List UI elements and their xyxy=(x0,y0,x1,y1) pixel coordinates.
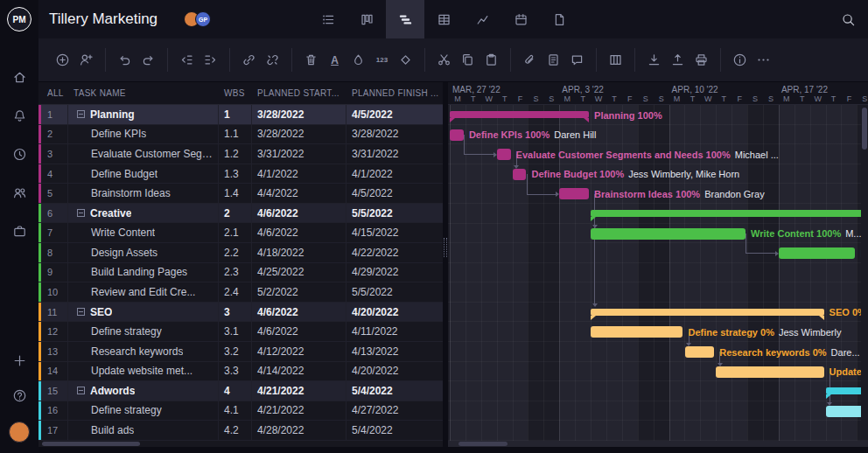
wbs-cell[interactable]: 3 xyxy=(219,303,252,322)
info-button[interactable] xyxy=(728,48,752,72)
print-button[interactable] xyxy=(690,48,713,72)
wbs-cell[interactable]: 1.3 xyxy=(219,164,252,184)
paste-button[interactable] xyxy=(480,48,503,72)
planned-start-cell[interactable]: 4/6/2022 xyxy=(252,322,346,341)
wbs-cell[interactable]: 4.2 xyxy=(219,421,252,440)
task-name-cell[interactable]: Define strategy xyxy=(68,401,219,421)
table-row[interactable]: 3Evaluate Customer Segments and Needs1.2… xyxy=(38,144,443,164)
planned-start-cell[interactable]: 5/2/2022 xyxy=(252,282,346,302)
link-tasks-button[interactable] xyxy=(237,48,261,72)
wbs-cell[interactable]: 1 xyxy=(219,105,252,124)
task-bar-define-kpis[interactable] xyxy=(450,129,464,141)
planned-finish-cell[interactable]: 5/5/2022 xyxy=(346,282,443,302)
planned-start-cell[interactable]: 4/14/2022 xyxy=(252,362,346,381)
planned-start-cell[interactable]: 4/6/2022 xyxy=(252,303,346,322)
planned-finish-cell[interactable]: 4/27/2022 xyxy=(346,401,443,421)
planned-start-cell[interactable]: 4/21/2022 xyxy=(252,381,346,401)
table-row[interactable]: 6Creative24/6/20225/5/2022 xyxy=(38,204,443,224)
table-row[interactable]: 2Define KPIs1.13/28/20223/28/2022 xyxy=(38,125,443,145)
wbs-cell[interactable]: 3.1 xyxy=(219,322,252,341)
table-row[interactable]: 17Build ads4.24/28/20225/4/2022 xyxy=(38,421,443,441)
task-bar-update-website-met-[interactable] xyxy=(716,366,823,378)
add-user-button[interactable] xyxy=(74,48,98,72)
table-row[interactable]: 12Define strategy3.14/6/20224/11/2022 xyxy=(38,322,443,342)
planned-start-cell[interactable]: 4/6/2022 xyxy=(252,204,346,223)
wbs-cell[interactable]: 1.1 xyxy=(219,125,252,144)
gantt-hscroll-thumb[interactable] xyxy=(458,442,508,446)
table-row[interactable]: 10Review and Edit Cre...2.45/2/20225/5/2… xyxy=(38,282,443,303)
member-avatars[interactable]: GP xyxy=(184,11,211,27)
wbs-cell[interactable]: 2 xyxy=(219,204,252,223)
planned-start-cell[interactable]: 4/21/2022 xyxy=(252,401,346,421)
column-header-planned-start[interactable]: PLANNED START... xyxy=(252,88,346,98)
home-icon[interactable] xyxy=(10,68,28,86)
comment-button[interactable] xyxy=(565,48,589,72)
task-name-cell[interactable]: Research keywords xyxy=(68,342,219,361)
pm-logo[interactable]: PM xyxy=(7,7,32,31)
task-name-cell[interactable]: Review and Edit Cre... xyxy=(68,282,219,302)
indent-button[interactable] xyxy=(199,48,222,72)
task-name-cell[interactable]: Update website met... xyxy=(68,362,219,381)
notes-button[interactable] xyxy=(542,48,565,72)
plus-icon[interactable] xyxy=(10,352,28,369)
task-bar-define-budget[interactable] xyxy=(513,169,527,180)
task-bar-write-content[interactable] xyxy=(591,228,746,240)
planned-finish-cell[interactable]: 4/5/2022 xyxy=(346,184,443,203)
task-bar-define-strategy[interactable] xyxy=(591,326,682,338)
table-row[interactable]: 8Design Assets2.24/18/20224/22/2022 xyxy=(38,243,443,263)
table-row[interactable]: 13Research keywords3.24/12/20224/13/2022 xyxy=(38,342,443,362)
planned-start-cell[interactable]: 3/31/2022 xyxy=(252,144,346,164)
tab-doc-view[interactable] xyxy=(540,0,578,38)
column-header-task-name[interactable]: TASK NAME xyxy=(68,88,219,98)
wbs-cell[interactable]: 1.4 xyxy=(219,184,252,203)
wbs-cell[interactable]: 2.3 xyxy=(219,263,252,282)
task-name-cell[interactable]: Define Budget xyxy=(68,164,219,184)
planned-finish-cell[interactable]: 4/20/2022 xyxy=(346,303,443,322)
more-button[interactable] xyxy=(752,48,775,72)
planned-start-cell[interactable]: 4/6/2022 xyxy=(252,223,346,242)
planned-finish-cell[interactable]: 5/4/2022 xyxy=(346,381,443,401)
tab-calendar-view[interactable] xyxy=(501,0,540,38)
wbs-cell[interactable]: 4.1 xyxy=(219,401,252,421)
add-task-button[interactable] xyxy=(51,48,74,72)
team-icon[interactable] xyxy=(10,184,28,201)
planned-finish-cell[interactable]: 3/31/2022 xyxy=(346,144,443,164)
tab-board-view[interactable] xyxy=(347,0,386,38)
planned-finish-cell[interactable]: 4/22/2022 xyxy=(346,243,443,262)
numbering-button[interactable]: 123 xyxy=(370,48,394,72)
table-columns-button[interactable] xyxy=(604,48,627,72)
planned-start-cell[interactable]: 4/12/2022 xyxy=(252,342,346,361)
table-row[interactable]: 11SEO34/6/20224/20/2022 xyxy=(38,303,443,323)
import-button[interactable] xyxy=(642,48,666,72)
help-icon[interactable] xyxy=(10,387,28,404)
column-header-planned-finish[interactable]: PLANNED FINISH ... xyxy=(346,88,443,98)
export-button[interactable] xyxy=(666,48,690,72)
undo-button[interactable] xyxy=(113,48,136,72)
tab-gantt-view[interactable] xyxy=(386,0,424,38)
task-name-cell[interactable]: Define strategy xyxy=(68,322,219,341)
table-row[interactable]: 7Write Content2.14/6/20224/15/2022 xyxy=(38,223,443,243)
planned-finish-cell[interactable]: 4/13/2022 xyxy=(346,342,443,361)
wbs-cell[interactable]: 4 xyxy=(219,381,252,401)
planned-start-cell[interactable]: 4/1/2022 xyxy=(252,164,346,184)
planned-finish-cell[interactable]: 4/15/2022 xyxy=(346,223,443,242)
table-row[interactable]: 5Brainstorm Ideas1.44/4/20224/5/2022 xyxy=(38,184,443,204)
collapse-icon[interactable] xyxy=(77,308,85,316)
planned-finish-cell[interactable]: 5/4/2022 xyxy=(346,421,443,440)
search-icon[interactable] xyxy=(841,12,856,27)
task-name-cell[interactable]: Evaluate Customer Segments and Needs xyxy=(68,144,219,164)
planned-finish-cell[interactable]: 5/5/2022 xyxy=(346,204,443,223)
planned-finish-cell[interactable]: 4/5/2022 xyxy=(346,105,443,124)
outdent-button[interactable] xyxy=(175,48,199,72)
task-bar-evaluate-customer-segments-and-needs[interactable] xyxy=(497,149,511,160)
planned-finish-cell[interactable]: 4/11/2022 xyxy=(346,322,443,341)
summary-bar-planning[interactable] xyxy=(450,111,589,118)
user-avatar[interactable] xyxy=(9,422,30,443)
planned-start-cell[interactable]: 3/28/2022 xyxy=(252,105,346,124)
task-name-cell[interactable]: Design Assets xyxy=(68,243,219,262)
table-row[interactable]: 4Define Budget1.34/1/20224/1/2022 xyxy=(38,164,443,185)
collapse-icon[interactable] xyxy=(77,110,85,118)
task-name-cell[interactable]: Define KPIs xyxy=(68,125,219,144)
avatar[interactable]: GP xyxy=(195,11,211,27)
wbs-cell[interactable]: 3.2 xyxy=(219,342,252,361)
